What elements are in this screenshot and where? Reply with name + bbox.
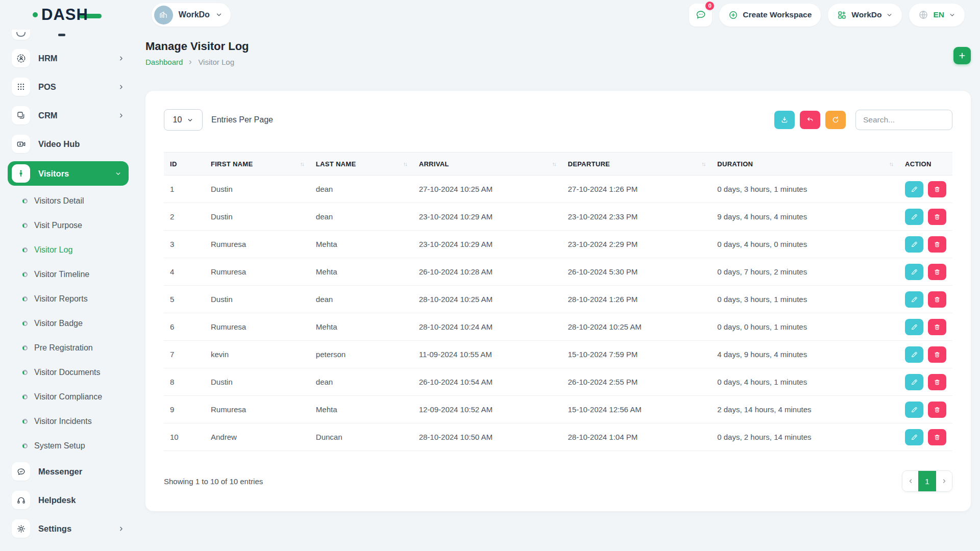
sidebar-item-pos[interactable]: POS bbox=[12, 76, 128, 98]
submenu-item-visitor-reports[interactable]: Visitor Reports bbox=[22, 287, 128, 311]
chevron-down-icon bbox=[949, 12, 955, 18]
export-button[interactable] bbox=[774, 111, 795, 129]
partial-icon bbox=[12, 30, 30, 40]
crm-icon bbox=[12, 106, 30, 124]
cell-departure: 26-10-2024 2:55 PM bbox=[561, 368, 711, 396]
submenu-item-visitor-log[interactable]: Visitor Log bbox=[22, 238, 128, 262]
search-input[interactable] bbox=[855, 110, 952, 130]
cell-last-name: dean bbox=[310, 286, 413, 313]
submenu-item-visitor-incidents[interactable]: Visitor Incidents bbox=[22, 409, 128, 434]
sidebar-item-visitors[interactable]: Visitors bbox=[8, 161, 129, 186]
page-number-button[interactable]: 1 bbox=[918, 471, 936, 491]
edit-button[interactable] bbox=[905, 402, 923, 418]
submenu-item-system-setup[interactable]: System Setup bbox=[22, 434, 128, 458]
sidebar-item-hrm[interactable]: HRM bbox=[12, 47, 128, 69]
edit-button[interactable] bbox=[905, 291, 923, 308]
submenu-item-pre-registration[interactable]: Pre Registration bbox=[22, 336, 128, 360]
entries-per-page-select[interactable]: 10 bbox=[164, 109, 203, 131]
language-selector[interactable]: EN bbox=[909, 4, 965, 27]
add-visitor-log-button[interactable] bbox=[953, 47, 971, 64]
reload-button[interactable] bbox=[825, 111, 846, 129]
pencil-icon bbox=[911, 268, 918, 276]
sidebar-item-crm[interactable]: CRM bbox=[12, 104, 128, 127]
cell-first-name: Rumuresa bbox=[205, 313, 310, 341]
submenu-label: Visitor Documents bbox=[34, 368, 101, 377]
bullet-icon bbox=[22, 296, 28, 302]
submenu-item-visitor-compliance[interactable]: Visitor Compliance bbox=[22, 385, 128, 409]
sidebar-item-messenger[interactable]: Messenger bbox=[12, 460, 128, 483]
cell-last-name: Mehta bbox=[310, 313, 413, 341]
sidebar-item-helpdesk[interactable]: Helpdesk bbox=[12, 489, 128, 511]
sort-icon[interactable]: ↑↓ bbox=[552, 161, 555, 167]
table-row: 1 Dustin dean 27-10-2024 10:25 AM 27-10-… bbox=[164, 176, 952, 203]
table-row: 4 Rumuresa Mehta 26-10-2024 10:28 AM 26-… bbox=[164, 258, 952, 286]
sidebar-item-settings[interactable]: Settings bbox=[12, 517, 128, 540]
cell-action bbox=[899, 203, 952, 231]
submenu-item-visitor-badge[interactable]: Visitor Badge bbox=[22, 311, 128, 336]
delete-button[interactable] bbox=[928, 209, 946, 225]
delete-button[interactable] bbox=[928, 264, 946, 280]
breadcrumb-dashboard-link[interactable]: Dashboard bbox=[145, 58, 183, 66]
cell-id: 4 bbox=[164, 258, 205, 286]
video-camera-icon bbox=[12, 135, 30, 153]
cell-action bbox=[899, 231, 952, 258]
table-footer: Showing 1 to 10 of 10 entries 1 bbox=[164, 470, 952, 492]
table-row: 2 Dustin dean 23-10-2024 10:29 AM 23-10-… bbox=[164, 203, 952, 231]
column-header-last-name[interactable]: LAST NAME↑↓ bbox=[310, 153, 413, 176]
next-page-button[interactable] bbox=[936, 471, 952, 491]
app-menu-button[interactable]: WorkDo bbox=[828, 4, 902, 27]
delete-button[interactable] bbox=[928, 291, 946, 308]
delete-button[interactable] bbox=[928, 319, 946, 335]
refresh-icon bbox=[831, 116, 840, 124]
bullet-icon bbox=[22, 321, 28, 326]
entries-per-page-label: Entries Per Page bbox=[211, 115, 273, 124]
column-header-duration[interactable]: DURATION↑↓ bbox=[711, 153, 899, 176]
delete-button[interactable] bbox=[928, 236, 946, 253]
delete-button[interactable] bbox=[928, 429, 946, 445]
edit-button[interactable] bbox=[905, 346, 923, 363]
cell-arrival: 28-10-2024 10:50 AM bbox=[413, 423, 562, 451]
sidebar-item-video-hub[interactable]: Video Hub bbox=[12, 133, 128, 155]
delete-button[interactable] bbox=[928, 346, 946, 363]
edit-button[interactable] bbox=[905, 319, 923, 335]
chevron-down-icon bbox=[215, 11, 223, 18]
column-header-first-name[interactable]: FIRST NAME↑↓ bbox=[205, 153, 310, 176]
cell-first-name: Rumuresa bbox=[205, 396, 310, 423]
edit-button[interactable] bbox=[905, 181, 923, 197]
edit-button[interactable] bbox=[905, 429, 923, 445]
sort-icon[interactable]: ↑↓ bbox=[889, 161, 893, 167]
edit-button[interactable] bbox=[905, 374, 923, 390]
submenu-item-visitor-documents[interactable]: Visitor Documents bbox=[22, 360, 128, 385]
cell-action bbox=[899, 341, 952, 368]
breadcrumb-current: Visitor Log bbox=[198, 58, 234, 66]
edit-button[interactable] bbox=[905, 264, 923, 280]
workspace-selector[interactable]: WorkDo bbox=[152, 3, 231, 27]
edit-button[interactable] bbox=[905, 209, 923, 225]
sort-icon[interactable]: ↑↓ bbox=[403, 161, 407, 167]
cell-duration: 2 days, 14 hours, 4 minutes bbox=[711, 396, 899, 423]
submenu-label: Pre Registration bbox=[34, 343, 93, 353]
sidebar-item-label: CRM bbox=[38, 111, 58, 120]
create-workspace-button[interactable]: Create Workspace bbox=[719, 4, 821, 27]
column-header-departure[interactable]: DEPARTURE↑↓ bbox=[561, 153, 711, 176]
delete-button[interactable] bbox=[928, 181, 946, 197]
cell-first-name: Rumuresa bbox=[205, 258, 310, 286]
cell-duration: 0 days, 7 hours, 2 minutes bbox=[711, 258, 899, 286]
cell-departure: 23-10-2024 2:29 PM bbox=[561, 231, 711, 258]
delete-button[interactable] bbox=[928, 402, 946, 418]
logo[interactable]: DASH bbox=[33, 6, 102, 24]
trash-icon bbox=[934, 268, 941, 276]
submenu-item-visitors-detail[interactable]: Visitors Detail bbox=[22, 189, 128, 213]
messages-button[interactable]: 0 bbox=[689, 4, 712, 27]
delete-button[interactable] bbox=[928, 374, 946, 390]
edit-button[interactable] bbox=[905, 236, 923, 253]
submenu-item-visit-purpose[interactable]: Visit Purpose bbox=[22, 213, 128, 238]
previous-page-button[interactable] bbox=[902, 471, 918, 491]
sort-icon[interactable]: ↑↓ bbox=[701, 161, 705, 167]
sort-icon[interactable]: ↑↓ bbox=[300, 161, 304, 167]
reset-button[interactable] bbox=[800, 111, 820, 129]
cell-arrival: 23-10-2024 10:29 AM bbox=[413, 231, 562, 258]
column-header-arrival[interactable]: ARRIVAL↑↓ bbox=[413, 153, 562, 176]
visitor-log-table: ID FIRST NAME↑↓ LAST NAME↑↓ ARRIVAL↑↓ DE… bbox=[164, 152, 952, 451]
submenu-item-visitor-timeline[interactable]: Visitor Timeline bbox=[22, 262, 128, 287]
